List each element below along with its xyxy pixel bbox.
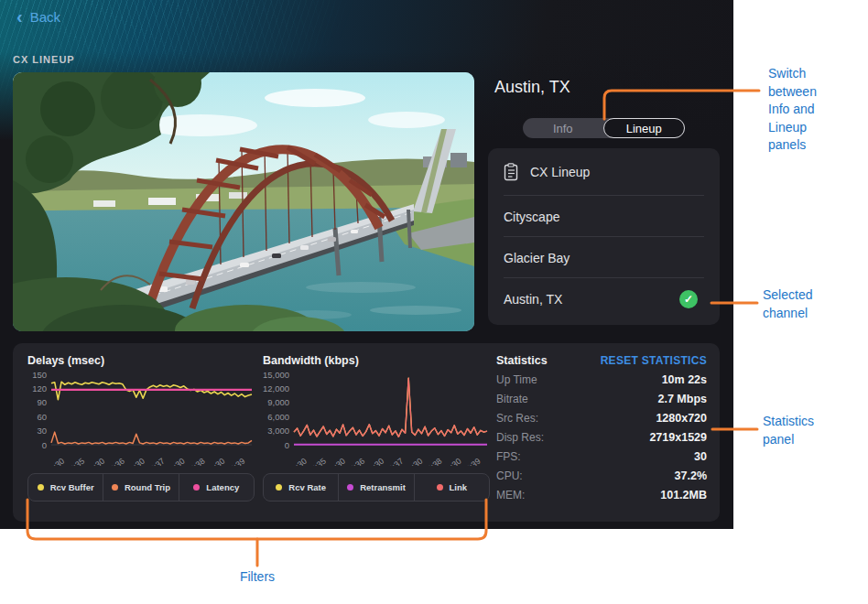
bandwidth-chart-series-link: [294, 378, 487, 437]
svg-text:12:38: 12:38: [422, 457, 444, 466]
svg-text:60: 60: [37, 412, 47, 422]
bandwidth-chart: 15,00012,0009,0006,0003,0000:3012:35:301…: [263, 369, 490, 502]
app-window: ‹ Back CX LINEUP: [0, 0, 733, 529]
statistics-title: Statistics: [496, 354, 548, 367]
svg-text:9,000: 9,000: [267, 397, 289, 407]
svg-text:12:37: 12:37: [383, 457, 405, 466]
info-lineup-tabs: Info Lineup: [523, 118, 685, 138]
stat-row-src-res: Src Res:1280x720: [496, 412, 707, 425]
svg-text:12:37: 12:37: [145, 457, 167, 466]
delays-chart-plot: 1501209060300:3012:35:3012:36:3012:37:30…: [27, 369, 255, 466]
legend-dot-icon: [437, 484, 443, 491]
legend-dot-icon: [193, 484, 200, 491]
svg-text:12:38: 12:38: [185, 457, 207, 466]
lineup-header: CX Lineup: [488, 154, 720, 190]
tab-lineup[interactable]: Lineup: [603, 118, 686, 138]
svg-text:90: 90: [37, 397, 47, 407]
svg-text:12:35: 12:35: [64, 457, 86, 466]
svg-text:6,000: 6,000: [267, 412, 289, 422]
selected-check-icon: ✓: [679, 290, 698, 308]
svg-text:12:36: 12:36: [104, 457, 126, 466]
svg-text:120: 120: [32, 383, 47, 394]
legend-dot-icon: [347, 484, 353, 491]
svg-text:15,000: 15,000: [263, 370, 289, 380]
filter-link-button[interactable]: Link: [414, 474, 489, 501]
bandwidth-chart-plot: 15,00012,0009,0006,0003,0000:3012:35:301…: [263, 369, 490, 466]
note-selected-channel: Selected channel: [763, 286, 836, 322]
divider: [504, 195, 704, 196]
back-label: Back: [30, 9, 60, 25]
delays-chart: 1501209060300:3012:35:3012:36:3012:37:30…: [27, 369, 255, 502]
bandwidth-chart-title: Bandwidth (kbps): [263, 354, 490, 367]
stat-row-mem: MEM:101.2MB: [496, 489, 707, 502]
svg-text:12:39: 12:39: [461, 457, 483, 466]
svg-text::30: :30: [449, 457, 463, 466]
svg-text::30: :30: [51, 457, 66, 466]
stat-row-disp-res: Disp Res:2719x1529: [496, 431, 707, 444]
note-statistics-panel: Statistics panel: [763, 413, 840, 448]
statistics-and-charts-panel: Delays (msec) 1501209060300:3012:35:3012…: [13, 343, 720, 522]
chevron-left-icon: ‹: [16, 10, 23, 24]
filter-latency-button[interactable]: Latency: [179, 474, 254, 501]
note-filters: Filters: [202, 568, 312, 587]
video-preview[interactable]: [13, 72, 474, 331]
screenshot-canvas: ‹ Back CX LINEUP: [0, 0, 868, 604]
legend-dot-icon: [112, 484, 118, 491]
filter-retransmit-button[interactable]: Retransmit: [338, 474, 413, 501]
statistics-panel: Statistics RESET STATISTICS Up Time10m 2…: [496, 354, 707, 502]
stat-row-fps: FPS:30: [496, 450, 707, 463]
lineup-list-icon: [504, 163, 519, 181]
svg-text:12:35: 12:35: [306, 457, 328, 466]
stat-row-uptime: Up Time10m 22s: [496, 373, 707, 386]
svg-text:0: 0: [42, 440, 47, 450]
stat-row-bitrate: Bitrate2.7 Mbps: [496, 393, 707, 405]
delays-chart-filters: Rcv BufferRound TripLatency: [27, 473, 255, 502]
svg-text::30: :30: [132, 457, 146, 466]
svg-text:12,000: 12,000: [263, 383, 289, 394]
channel-item-cityscape[interactable]: Cityscape: [488, 198, 720, 236]
legend-dot-icon: [276, 484, 282, 491]
lineup-title: CX Lineup: [530, 165, 590, 179]
svg-text::30: :30: [371, 457, 385, 466]
channel-item-glacier-bay[interactable]: Glacier Bay: [488, 239, 720, 277]
svg-text::30: :30: [212, 457, 226, 466]
back-button[interactable]: ‹ Back: [16, 9, 60, 25]
filter-rcv-buffer-button[interactable]: Rcv Buffer: [28, 474, 103, 501]
legend-dot-icon: [38, 484, 44, 491]
stat-row-cpu: CPU:37.2%: [496, 469, 707, 482]
delays-chart-series-round-trip: [51, 432, 252, 444]
svg-text:3,000: 3,000: [267, 426, 289, 436]
svg-text::30: :30: [172, 457, 187, 466]
channel-title: Austin, TX: [494, 78, 570, 97]
filter-round-trip-button[interactable]: Round Trip: [103, 474, 178, 501]
svg-text:30: 30: [37, 426, 47, 436]
svg-text::30: :30: [409, 457, 424, 466]
filter-rcv-rate-button[interactable]: Rcv Rate: [264, 474, 338, 501]
bridge-scene-illustration: [13, 72, 474, 331]
delays-chart-title: Delays (msec): [27, 354, 255, 367]
section-label: CX LINEUP: [13, 54, 75, 65]
svg-text:12:36: 12:36: [344, 457, 366, 466]
divider: [504, 277, 704, 278]
bandwidth-chart-filters: Rcv RateRetransmitLink: [263, 473, 490, 502]
svg-text:12:39: 12:39: [224, 457, 246, 466]
delays-chart-column: Delays (msec) 1501209060300:3012:35:3012…: [27, 354, 255, 502]
note-switch-panels: Switch between Info and Lineup panels: [768, 65, 838, 155]
divider: [504, 236, 704, 237]
svg-text::30: :30: [294, 457, 309, 466]
svg-text:150: 150: [32, 370, 47, 380]
svg-text::30: :30: [92, 457, 106, 466]
reset-statistics-button[interactable]: RESET STATISTICS: [601, 354, 707, 367]
svg-text::30: :30: [332, 457, 347, 466]
svg-text:0: 0: [285, 440, 289, 450]
bandwidth-chart-column: Bandwidth (kbps) 15,00012,0009,0006,0003…: [263, 354, 490, 502]
tab-info[interactable]: Info: [523, 118, 603, 138]
